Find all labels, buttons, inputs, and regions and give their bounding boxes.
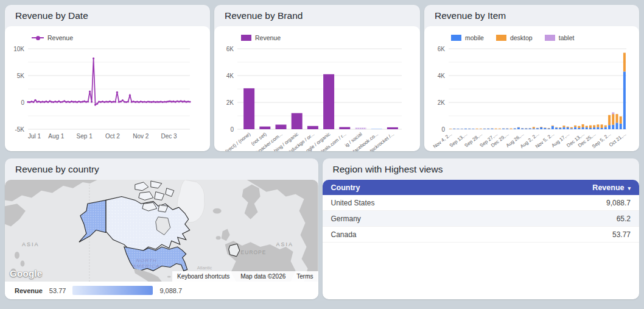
map-label-europe: EUROPE bbox=[241, 249, 267, 255]
svg-text:Nov 2: Nov 2 bbox=[133, 133, 149, 140]
legend-label: mobile bbox=[465, 34, 484, 41]
svg-text:Sep 1: Sep 1 bbox=[77, 133, 93, 140]
map-legend-max-value: 9,088.7 bbox=[159, 287, 182, 294]
card-revenue-by-brand: Revenue by Brand Revenue 6K4K2K0(direct)… bbox=[214, 5, 420, 151]
card-header: Revenue by Item bbox=[424, 5, 639, 26]
svg-text:Dec 3: Dec 3 bbox=[161, 133, 178, 140]
cell-country: Canada bbox=[331, 230, 357, 239]
card-header: Revenue by Brand bbox=[214, 5, 420, 26]
cell-country: Germany bbox=[331, 215, 361, 223]
terms-link[interactable]: Terms bbox=[296, 273, 313, 280]
table-row[interactable]: Canada 53.77 bbox=[323, 227, 640, 243]
svg-text:5K: 5K bbox=[17, 73, 25, 79]
revenue-by-item-stacked-chart[interactable]: 6K4K2K0Nov 4, 2...Sep 13,...Sep 28,...Se… bbox=[428, 43, 631, 151]
table: Country Revenue▾ United States 9,088.7 G… bbox=[323, 180, 640, 299]
svg-text:4K: 4K bbox=[438, 73, 446, 79]
world-map[interactable]: ASIA ASIA NORTH AMERICA EUROPE Atlantic … bbox=[5, 180, 318, 282]
keyboard-shortcuts-link[interactable]: Keyboard shortcuts bbox=[177, 273, 229, 280]
card-body: Revenue 10K5K0-5KJul 1Aug 1Sep 1Oct 2Nov… bbox=[5, 26, 210, 151]
legend-item-Revenue[interactable]: Revenue bbox=[241, 34, 281, 41]
card-region-highest-views: Region with Highest views Country Revenu… bbox=[323, 158, 640, 299]
card-body: Revenue 6K4K2K0(direct) / (none)(not set… bbox=[214, 26, 420, 151]
svg-text:6K: 6K bbox=[226, 46, 234, 52]
map-data-copyright: Map data ©2026 bbox=[240, 273, 285, 280]
svg-text:10K: 10K bbox=[13, 46, 24, 52]
map-label-asia-left: ASIA bbox=[22, 241, 39, 247]
column-header-country[interactable]: Country bbox=[331, 183, 360, 192]
card-title-revenue-by-item: Revenue by Item bbox=[435, 10, 506, 21]
svg-text:(direct) / (none): (direct) / (none) bbox=[222, 131, 252, 151]
legend-item-tablet[interactable]: tablet bbox=[545, 34, 575, 41]
map-label-north: NORTH bbox=[136, 258, 157, 263]
card-title-region-highest-views: Region with Highest views bbox=[333, 164, 443, 175]
legend-item-Revenue[interactable]: Revenue bbox=[32, 34, 73, 41]
svg-text:0: 0 bbox=[230, 126, 234, 133]
map-legend-metric: Revenue bbox=[15, 287, 43, 294]
table-row[interactable]: United States 9,088.7 bbox=[323, 195, 640, 211]
svg-text:6K: 6K bbox=[438, 46, 446, 52]
card-header: Revenue by country bbox=[5, 158, 318, 180]
legend-label: Revenue bbox=[255, 34, 281, 41]
card-body: mobiledesktoptablet 6K4K2K0Nov 4, 2...Se… bbox=[424, 26, 639, 151]
revenue-by-brand-bar-chart[interactable]: 6K4K2K0(direct) / (none)(not set)backpac… bbox=[218, 43, 408, 151]
legend-swatch-Revenue bbox=[32, 37, 44, 38]
map-wrap: ASIA ASIA NORTH AMERICA EUROPE Atlantic … bbox=[5, 180, 318, 282]
cell-revenue: 53.77 bbox=[612, 230, 631, 239]
card-revenue-by-item: Revenue by Item mobiledesktoptablet 6K4K… bbox=[424, 5, 639, 151]
legend-item-desktop[interactable]: desktop bbox=[496, 34, 533, 41]
svg-text:Oct 2: Oct 2 bbox=[105, 133, 120, 140]
revenue-by-date-line-chart[interactable]: 10K5K0-5KJul 1Aug 1Sep 1Oct 2Nov 2Dec 3 bbox=[9, 43, 194, 147]
map-color-legend: Revenue 53.77 9,088.7 bbox=[5, 282, 318, 299]
column-header-revenue[interactable]: Revenue▾ bbox=[592, 183, 631, 192]
google-logo[interactable]: Google bbox=[10, 268, 42, 279]
cell-revenue: 65.2 bbox=[617, 215, 631, 223]
card-header: Region with Highest views bbox=[323, 158, 640, 180]
svg-text:-5K: -5K bbox=[15, 126, 24, 133]
line-chart-legend: Revenue bbox=[5, 26, 210, 43]
legend-label: desktop bbox=[510, 34, 533, 41]
dashboard: Revenue by Date Revenue 10K5K0-5KJul 1Au… bbox=[0, 0, 644, 309]
svg-text:2K: 2K bbox=[226, 99, 234, 106]
map-label-america: AMERICA bbox=[132, 263, 160, 269]
legend-swatch-desktop bbox=[496, 35, 506, 41]
map-attribution: Keyboard shortcuts Map data ©2026 Terms bbox=[172, 271, 318, 282]
card-revenue-by-country: Revenue by country bbox=[5, 158, 318, 299]
card-body: ASIA ASIA NORTH AMERICA EUROPE Atlantic … bbox=[5, 180, 318, 299]
svg-text:4K: 4K bbox=[226, 73, 234, 79]
bar-chart-legend: Revenue bbox=[214, 26, 420, 43]
card-title-revenue-by-brand: Revenue by Brand bbox=[225, 10, 303, 21]
cell-revenue: 9,088.7 bbox=[606, 199, 631, 207]
legend-item-mobile[interactable]: mobile bbox=[451, 34, 484, 41]
svg-text:Jul 1: Jul 1 bbox=[28, 133, 41, 140]
map-legend-gradient bbox=[72, 286, 153, 295]
card-title-revenue-by-date: Revenue by Date bbox=[15, 10, 88, 21]
table-header-row: Country Revenue▾ bbox=[323, 180, 640, 195]
map-label-asia-right: ASIA bbox=[276, 241, 293, 247]
map-legend-min-value: 53.77 bbox=[49, 287, 66, 294]
card-header: Revenue by Date bbox=[5, 5, 210, 26]
svg-text:Oct 21,...: Oct 21,... bbox=[608, 131, 627, 147]
legend-swatch-Revenue bbox=[241, 35, 251, 41]
svg-text:2K: 2K bbox=[438, 99, 446, 106]
legend-swatch-tablet bbox=[545, 35, 555, 41]
legend-label: tablet bbox=[559, 34, 575, 41]
legend-swatch-mobile bbox=[451, 35, 461, 41]
table-row[interactable]: Germany 65.2 bbox=[323, 211, 640, 227]
svg-text:Aug 1: Aug 1 bbox=[48, 133, 65, 140]
card-title-revenue-by-country: Revenue by country bbox=[15, 164, 99, 175]
cell-country: United States bbox=[331, 199, 375, 207]
legend-label: Revenue bbox=[47, 34, 73, 41]
svg-text:0: 0 bbox=[441, 126, 445, 133]
svg-text:0: 0 bbox=[21, 99, 24, 106]
card-revenue-by-date: Revenue by Date Revenue 10K5K0-5KJul 1Au… bbox=[5, 5, 210, 151]
sort-desc-icon: ▾ bbox=[628, 185, 631, 191]
top-row: Revenue by Date Revenue 10K5K0-5KJul 1Au… bbox=[5, 5, 639, 151]
stacked-chart-legend: mobiledesktoptablet bbox=[424, 26, 639, 43]
bottom-row: Revenue by country bbox=[5, 158, 639, 299]
